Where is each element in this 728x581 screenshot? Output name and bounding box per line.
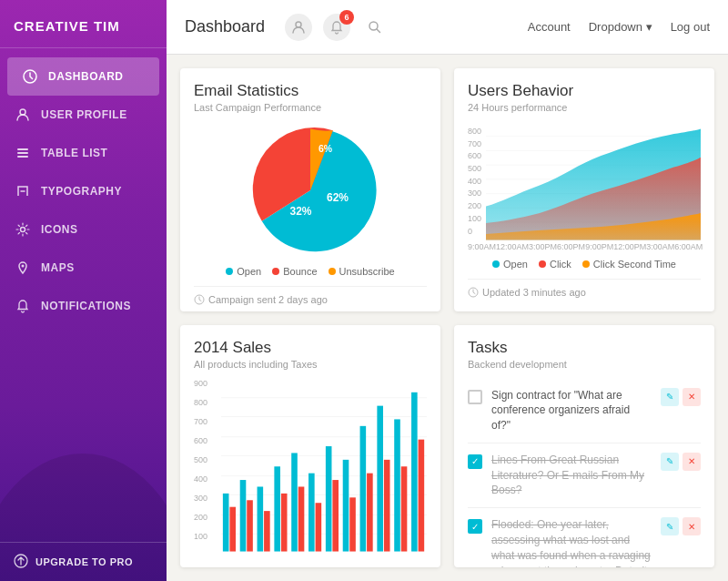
svg-rect-38 [291, 453, 298, 551]
logout-link[interactable]: Log out [671, 20, 710, 34]
topbar-avatar-icon[interactable] [285, 14, 312, 41]
task-edit-button-3[interactable]: ✎ [661, 517, 679, 535]
svg-point-6 [22, 265, 25, 268]
svg-rect-34 [258, 486, 264, 551]
bell-icon [14, 297, 32, 315]
svg-rect-37 [281, 493, 288, 551]
task-actions-3: ✎ ✕ [661, 517, 701, 535]
list-icon [14, 144, 32, 162]
task-delete-button-3[interactable]: ✕ [682, 517, 701, 535]
email-card-footer: Campaign sent 2 days ago [194, 286, 427, 305]
topbar-search-icon[interactable] [361, 14, 389, 41]
bars-svg [221, 379, 427, 555]
open-dot [226, 268, 233, 275]
task-checkbox-2[interactable]: ✓ [468, 454, 482, 469]
svg-rect-2 [17, 148, 28, 150]
email-legend-bounce: Bounce [272, 266, 317, 277]
tasks-card-subtitle: Backend development [468, 359, 701, 370]
svg-rect-33 [247, 500, 253, 551]
svg-rect-41 [316, 503, 322, 551]
dropdown-link[interactable]: Dropdown ▾ [589, 20, 652, 34]
bar-chart-inner: 100 200 300 400 500 600 700 800 900 [194, 379, 427, 555]
behavior-footer-text: Updated 3 minutes ago [482, 287, 586, 298]
sidebar-item-maps-label: Maps [41, 261, 75, 274]
sidebar-item-dashboard-label: Dashboard [48, 70, 124, 83]
svg-text:32%: 32% [290, 205, 312, 218]
svg-rect-42 [326, 446, 332, 552]
task-delete-button-1[interactable]: ✕ [682, 388, 701, 406]
sidebar-item-user-profile[interactable]: User Profile [0, 96, 167, 134]
map-icon [14, 259, 32, 277]
task-item: ✓ Flooded: One year later, assessing wha… [468, 508, 701, 567]
clock-icon [21, 67, 39, 86]
behavior-click2-label: Click Second Time [593, 259, 676, 270]
task-actions-1: ✎ ✕ [661, 388, 701, 406]
sidebar-item-typography-label: Typography [41, 185, 122, 198]
typography-icon [14, 182, 32, 200]
account-link[interactable]: Account [528, 20, 571, 34]
sidebar-item-table-list[interactable]: Table List [0, 134, 167, 172]
svg-rect-47 [367, 473, 373, 551]
behavior-click2-dot [582, 260, 590, 268]
content-grid: Email Statistics Last Campaign Performan… [167, 55, 728, 581]
sidebar-logo: CREATIVE TIM [0, 0, 167, 48]
sidebar-item-notifications-label: Notifications [41, 300, 131, 312]
topbar-notifications-icon[interactable]: 6 [323, 14, 350, 41]
task-text-3: Flooded: One year later, assessing what … [491, 517, 652, 567]
behavior-card-footer: Updated 3 minutes ago [468, 279, 701, 298]
svg-point-5 [21, 228, 25, 232]
email-legend-unsubscribe: Unsubscribe [329, 266, 395, 277]
chart-body: 800 700 600 500 400 300 200 100 0 [468, 122, 701, 240]
svg-rect-44 [343, 459, 349, 551]
topbar-right-links: Account Dropdown ▾ Log out [528, 20, 710, 34]
tasks-card-title: Tasks [468, 339, 701, 357]
task-checkbox-1[interactable] [468, 390, 482, 404]
behavior-card-subtitle: 24 Hours performance [468, 102, 701, 113]
sales-y-axis: 100 200 300 400 500 600 700 800 900 [194, 379, 221, 555]
svg-rect-40 [308, 473, 315, 551]
bounce-dot [272, 268, 279, 275]
sales-card: 2014 Sales All products including Taxes … [180, 325, 440, 568]
behavior-open-label: Open [503, 259, 528, 270]
task-item: Sign contract for "What are conference o… [468, 379, 701, 443]
sidebar-item-notifications[interactable]: Notifications [0, 287, 167, 325]
svg-point-1 [20, 109, 25, 115]
clock-footer2-icon [468, 287, 479, 298]
behavior-legend: Open Click Click Second Time [468, 259, 701, 270]
task-delete-button-2[interactable]: ✕ [682, 453, 701, 471]
behavior-legend-open: Open [492, 259, 528, 270]
svg-rect-49 [384, 459, 390, 551]
behavior-x-labels: 9:00AM 12:00AM 3:00PM 6:00PM 9:00PM 12:0… [468, 242, 701, 251]
behavior-y-axis: 800 700 600 500 400 300 200 100 0 [468, 122, 481, 240]
behavior-svg [486, 122, 701, 240]
behavior-area-chart: 800 700 600 500 400 300 200 100 0 [468, 122, 701, 251]
dropdown-chevron-icon: ▾ [646, 20, 652, 34]
topbar: Dashboard 6 Account Dropdown [167, 0, 728, 55]
sidebar-item-dashboard[interactable]: Dashboard [7, 57, 159, 96]
tasks-list: Sign contract for "What are conference o… [468, 379, 701, 568]
svg-rect-4 [17, 156, 28, 158]
sidebar-item-typography[interactable]: Typography [0, 172, 167, 210]
task-checkbox-3[interactable]: ✓ [468, 519, 482, 534]
task-text-1: Sign contract for "What are conference o… [491, 388, 652, 433]
unsubscribe-label: Unsubscribe [339, 266, 395, 277]
sidebar-item-maps[interactable]: Maps [0, 249, 167, 287]
sidebar-nav: Dashboard User Profile Table List [0, 48, 167, 542]
sales-card-title: 2014 Sales [194, 339, 427, 357]
upgrade-icon [14, 554, 28, 570]
svg-rect-46 [360, 425, 367, 551]
behavior-card-title: Users Behavior [468, 82, 701, 100]
email-pie-chart: 62% 32% 6% [194, 122, 427, 259]
pie-svg: 62% 32% 6% [242, 122, 379, 259]
upgrade-to-pro-button[interactable]: Upgrade to Pro [0, 542, 167, 581]
upgrade-label: Upgrade to Pro [35, 556, 133, 567]
sidebar-item-icons[interactable]: Icons [0, 210, 167, 249]
task-edit-button-1[interactable]: ✎ [661, 388, 679, 406]
svg-point-8 [296, 22, 301, 27]
behavior-click-label: Click [550, 259, 571, 270]
svg-rect-39 [298, 486, 305, 551]
task-edit-button-2[interactable]: ✎ [661, 453, 679, 471]
behavior-open-dot [492, 260, 500, 268]
svg-text:6%: 6% [318, 143, 333, 154]
email-card-title: Email Statistics [194, 82, 427, 100]
